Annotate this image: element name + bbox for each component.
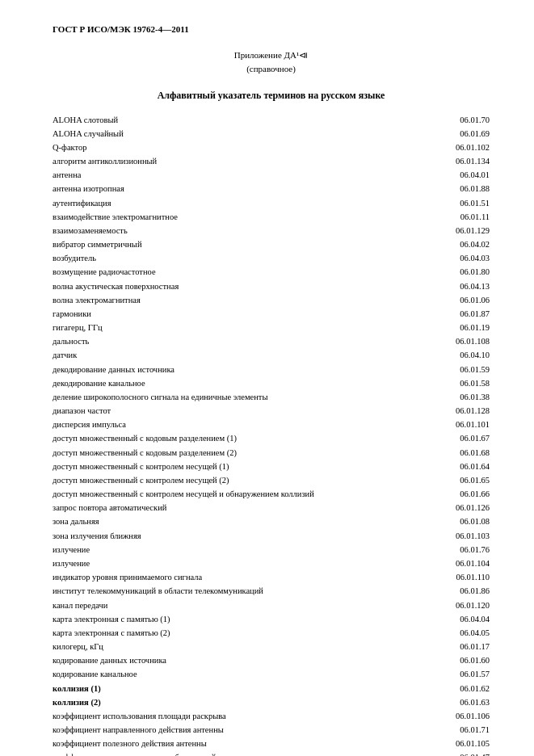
table-row: дисперсия импульса06.01.101 (53, 418, 490, 432)
term-code: 06.01.71 (381, 724, 490, 737)
term-name: кодирование канальное (53, 668, 381, 682)
term-code: 06.01.76 (381, 543, 490, 556)
term-code: 06.01.06 (381, 293, 490, 307)
term-name: Q-фактор (53, 141, 381, 154)
term-name: зона дальняя (53, 515, 381, 529)
term-name: волна акустическая поверхностная (53, 279, 381, 293)
term-code: 06.01.68 (381, 446, 490, 460)
table-row: излучение06.01.76 (53, 543, 490, 556)
appendix-header: Приложение ДА¹⧏ (справочное) (53, 50, 490, 74)
term-code: 06.01.47 (381, 751, 490, 756)
table-row: доступ множественный с контролем несущей… (53, 460, 490, 473)
term-code: 06.01.104 (381, 557, 490, 571)
term-code: 06.01.67 (381, 432, 490, 446)
table-row: декодирование канальное06.01.58 (53, 376, 490, 390)
term-code: 06.01.57 (381, 668, 490, 682)
section-title: Алфавитный указатель терминов на русском… (53, 90, 490, 102)
term-name: институт телекоммуникаций в области теле… (53, 585, 381, 598)
table-row: доступ множественный с кодовым разделени… (53, 432, 490, 446)
table-row: гармоники06.01.87 (53, 307, 490, 321)
table-row: килогерц, кГц06.01.17 (53, 640, 490, 654)
term-code: 06.01.60 (381, 654, 490, 668)
table-row: гигагерц, ГГц06.01.19 (53, 321, 490, 335)
term-code: 06.04.04 (381, 612, 490, 626)
table-row: деление широкополосного сигнала на едини… (53, 390, 490, 404)
table-row: коллизия (2)06.01.63 (53, 695, 490, 709)
term-name: доступ множественный с кодовым разделени… (53, 446, 381, 460)
term-code: 06.01.69 (381, 127, 490, 141)
term-code: 06.01.38 (381, 390, 490, 404)
table-row: коэффициент направленного действия антен… (53, 724, 490, 737)
table-row: зона излучения ближняя06.01.103 (53, 529, 490, 543)
term-name: декодирование данных источника (53, 363, 381, 376)
term-code: 06.01.105 (381, 737, 490, 751)
term-name: взаимозаменяемость (53, 224, 381, 237)
term-name: вибратор симметричный (53, 238, 381, 252)
table-row: доступ множественный с контролем несущей… (53, 473, 490, 487)
term-name: ALOHA случайный (53, 127, 381, 141)
term-name: волна электромагнитная (53, 293, 381, 307)
term-name: взаимодействие электромагнитное (53, 210, 381, 224)
header: ГОСТ Р ИСО/МЭК 19762-4—2011 (53, 24, 490, 34)
term-code: 06.01.65 (381, 473, 490, 487)
table-row: диапазон частот06.01.128 (53, 405, 490, 418)
table-row: вибратор симметричный06.04.02 (53, 238, 490, 252)
term-code: 06.01.120 (381, 598, 490, 612)
table-row: карта электронная с памятью (2)06.04.05 (53, 626, 490, 640)
table-row: возбудитель06.04.03 (53, 252, 490, 266)
term-name: излучение (53, 543, 381, 556)
term-name: кодирование данных источника (53, 654, 381, 668)
term-name: карта электронная с памятью (1) (53, 612, 381, 626)
term-code: 06.01.129 (381, 224, 490, 237)
term-code: 06.01.62 (381, 682, 490, 695)
table-row: волна акустическая поверхностная06.04.13 (53, 279, 490, 293)
appendix-subtitle: (справочное) (53, 64, 490, 74)
term-code: 06.04.01 (381, 169, 490, 183)
term-code: 06.01.106 (381, 709, 490, 723)
table-row: алгоритм антиколлизионный06.01.134 (53, 155, 490, 169)
term-name: доступ множественный с контролем несущей… (53, 473, 381, 487)
term-name: антенна изотропная (53, 183, 381, 196)
term-name: аутентификация (53, 196, 381, 210)
term-code: 06.01.101 (381, 418, 490, 432)
table-row: коэффициент использования площади раскры… (53, 709, 490, 723)
appendix-title: Приложение ДА¹⧏ (53, 50, 490, 61)
term-name: гигагерц, ГГц (53, 321, 381, 335)
term-code: 06.01.17 (381, 640, 490, 654)
table-row: коллизия (1)06.01.62 (53, 682, 490, 695)
term-code: 06.01.51 (381, 196, 490, 210)
term-code: 06.01.103 (381, 529, 490, 543)
table-row: ALOHA случайный06.01.69 (53, 127, 490, 141)
term-name: коэффициент использования площади раскры… (53, 709, 381, 723)
table-row: индикатор уровня принимаемого сигнала06.… (53, 571, 490, 585)
term-code: 06.01.126 (381, 502, 490, 515)
term-name: карта электронная с памятью (2) (53, 626, 381, 640)
term-code: 06.01.86 (381, 585, 490, 598)
term-name: коэффициент полезного действия антенны (53, 737, 381, 751)
table-row: декодирование данных источника06.01.59 (53, 363, 490, 376)
term-name: запрос повтора автоматический (53, 502, 381, 515)
table-row: карта электронная с памятью (1)06.04.04 (53, 612, 490, 626)
term-code: 06.01.87 (381, 307, 490, 321)
term-code: 06.01.80 (381, 266, 490, 279)
gost-label: ГОСТ Р ИСО/МЭК 19762-4—2011 (53, 24, 490, 34)
table-row: зона дальняя06.01.08 (53, 515, 490, 529)
term-name: доступ множественный с кодовым разделени… (53, 432, 381, 446)
term-name: дисперсия импульса (53, 418, 381, 432)
term-code: 06.01.110 (381, 571, 490, 585)
term-code: 06.04.13 (381, 279, 490, 293)
term-code: 06.01.11 (381, 210, 490, 224)
table-row: волна электромагнитная06.01.06 (53, 293, 490, 307)
term-name: коэффициент направленного действия антен… (53, 724, 381, 737)
table-row: кодирование данных источника06.01.60 (53, 654, 490, 668)
table-row: антенна06.04.01 (53, 169, 490, 183)
term-name: деление широкополосного сигнала на едини… (53, 390, 381, 404)
term-code: 06.04.10 (381, 349, 490, 363)
term-name: коэффициент усиления антенны абсолютный (53, 751, 381, 756)
table-row: доступ множественный с контролем несущей… (53, 488, 490, 502)
term-name: гармоники (53, 307, 381, 321)
term-code: 06.04.05 (381, 626, 490, 640)
term-name: декодирование канальное (53, 376, 381, 390)
table-row: коэффициент усиления антенны абсолютный0… (53, 751, 490, 756)
table-row: аутентификация06.01.51 (53, 196, 490, 210)
